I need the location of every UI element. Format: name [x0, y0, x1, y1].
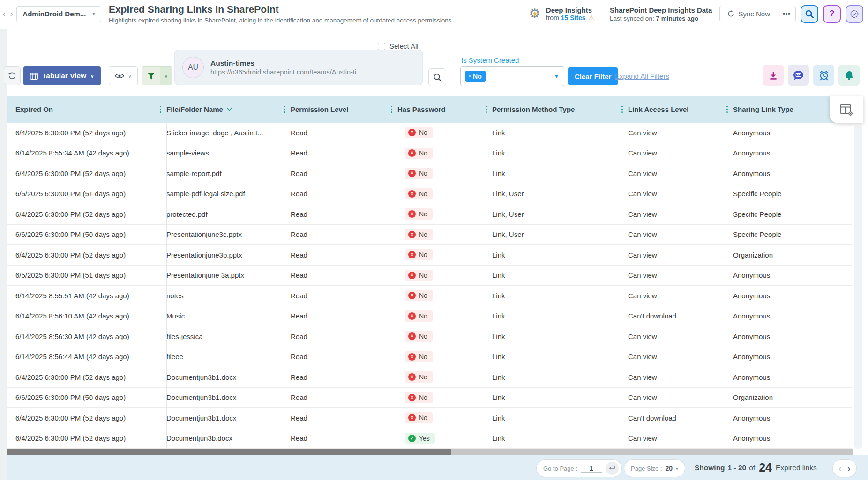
column-menu-icon[interactable] — [726, 104, 729, 115]
cross-icon: × — [408, 414, 416, 421]
expired-on-cell: 6/14/2025 8:56:30 AM (42 days ago) — [7, 332, 166, 340]
filter-caret[interactable]: ∨ — [160, 67, 172, 85]
table-row[interactable]: 6/5/2025 6:30:00 PM (51 days ago)sample-… — [7, 184, 852, 205]
refresh-report-button[interactable] — [4, 66, 21, 85]
expired-on-cell: 6/6/2025 6:30:00 PM (50 days ago) — [7, 230, 166, 238]
expand-all-filters-link[interactable]: Expand All Filters — [615, 72, 669, 80]
schedule-alarm-button[interactable] — [813, 65, 834, 86]
export-download-button[interactable] — [763, 65, 784, 86]
forward-icon[interactable]: › — [10, 9, 13, 19]
cross-icon: × — [408, 272, 416, 279]
page-size-label: Page Size : — [631, 465, 662, 472]
sync-now-button[interactable]: Sync Now — [720, 6, 778, 22]
clear-filter-button[interactable]: Clear Filter — [568, 67, 618, 85]
chevron-down-icon: ▾ — [92, 11, 95, 17]
table-row[interactable]: 6/4/2025 6:30:00 PM (52 days ago)protect… — [7, 204, 852, 225]
column-header-permission-method-type[interactable]: Permission Method Type — [492, 96, 628, 123]
filter-button[interactable]: ∨ — [142, 66, 172, 85]
column-menu-icon[interactable] — [621, 104, 624, 115]
link-type-cell: Organization — [733, 393, 852, 401]
link-type-cell: Anonymous — [733, 129, 852, 137]
link-type-cell: Anonymous — [733, 149, 852, 157]
from-word: from — [546, 14, 559, 22]
table-row[interactable]: 6/14/2025 8:55:34 AM (42 days ago)sample… — [7, 143, 852, 164]
chevron-down-icon: ∨ — [165, 74, 168, 79]
sites-link[interactable]: 15 Sites — [561, 14, 586, 22]
table-row[interactable]: 6/4/2025 6:30:00 PM (52 days ago)Documen… — [7, 428, 852, 449]
global-search-button[interactable] — [801, 5, 818, 23]
permission-cell: Read — [291, 292, 397, 300]
next-page-button[interactable]: › — [847, 464, 851, 473]
previous-page-button[interactable]: ‹ — [838, 464, 842, 473]
table-row[interactable]: 6/4/2025 6:30:00 PM (52 days ago)Present… — [7, 245, 852, 266]
alerts-bell-button[interactable] — [838, 65, 860, 86]
scrollbar-thumb[interactable] — [7, 449, 451, 455]
column-header-has-password[interactable]: Has Password — [397, 96, 492, 123]
table-row[interactable]: 6/4/2025 6:30:00 PM (52 days ago)sample-… — [7, 163, 852, 184]
column-menu-icon[interactable] — [390, 104, 394, 115]
table-row[interactable]: 6/4/2025 6:30:00 PM (52 days ago)Sticker… — [7, 123, 852, 143]
page-nav-group: ‹ › — [832, 459, 857, 477]
table-header-row: Expired On File/Folder Name Permission L… — [7, 96, 852, 123]
select-all-group: Select All — [378, 42, 419, 50]
column-settings-button[interactable] — [830, 96, 863, 123]
column-header-file-folder-name[interactable]: File/Folder Name — [166, 96, 291, 123]
link-type-cell: Anonymous — [733, 312, 852, 320]
visibility-button[interactable]: ∨ — [109, 66, 138, 85]
file-name-cell: Documentjun3b1.docx — [166, 393, 291, 401]
right-gutter — [854, 126, 862, 449]
help-button[interactable]: ? — [823, 5, 841, 23]
expired-on-cell: 6/4/2025 6:30:00 PM (52 days ago) — [7, 251, 166, 259]
tenant-selector[interactable]: AdminDroid Dem... ▾ — [16, 6, 101, 22]
file-name-cell: Sticker image, doge , Austin t... — [166, 129, 291, 137]
select-all-checkbox[interactable] — [378, 43, 385, 50]
column-menu-icon[interactable] — [159, 104, 163, 115]
cross-icon: × — [408, 394, 416, 401]
badge-label: No — [419, 210, 427, 218]
access-level-cell: Can view — [628, 210, 733, 218]
more-options-button[interactable]: ••• — [778, 6, 795, 22]
view-mode-button[interactable]: Tabular View ∨ — [23, 66, 101, 85]
page-size-select[interactable]: Page Size : 20 ▾ — [624, 459, 685, 477]
feedback-chat-button[interactable] — [788, 65, 809, 86]
table-row[interactable]: 6/14/2025 8:56:10 AM (42 days ago)MusicR… — [7, 306, 852, 327]
table-row[interactable]: 6/14/2025 8:56:30 AM (42 days ago)files-… — [7, 326, 852, 347]
column-menu-icon[interactable] — [283, 104, 287, 115]
access-level-cell: Can view — [628, 393, 733, 401]
column-header-permission-level[interactable]: Permission Level — [291, 96, 397, 123]
table-search-button[interactable] — [428, 68, 446, 86]
horizontal-scrollbar[interactable] — [7, 449, 853, 455]
permission-cell: Read — [291, 393, 397, 401]
table-row[interactable]: 6/14/2025 8:55:51 AM (42 days ago)notesR… — [7, 286, 852, 306]
table-row[interactable]: 6/5/2025 6:30:00 PM (51 days ago)Present… — [7, 266, 852, 286]
column-header-link-access-level[interactable]: Link Access Level — [628, 96, 733, 123]
link-type-cell: Anonymous — [733, 271, 852, 279]
link-type-cell: Organization — [733, 251, 852, 259]
method-cell: Link — [492, 393, 628, 401]
remove-tag-icon[interactable]: × — [468, 73, 471, 80]
column-menu-icon[interactable] — [485, 104, 488, 115]
back-icon[interactable]: ‹ — [3, 9, 6, 19]
site-filter-card[interactable]: AU Austin-times https://o365droid.sharep… — [174, 50, 423, 85]
has-password-cell: ×No — [397, 331, 492, 342]
password-no-badge: ×No — [405, 168, 433, 179]
table-row[interactable]: 6/4/2025 6:30:00 PM (52 days ago)Documen… — [7, 367, 852, 388]
permission-cell: Read — [291, 271, 397, 279]
column-header-expired-on[interactable]: Expired On — [7, 96, 166, 123]
total-count: 24 — [759, 461, 772, 474]
badge-label: Yes — [419, 435, 430, 442]
goto-page-input[interactable] — [581, 464, 602, 473]
table-row[interactable]: 6/6/2025 6:30:00 PM (50 days ago)Documen… — [7, 388, 852, 408]
tasks-status-button[interactable] — [846, 5, 863, 23]
table-row[interactable]: 6/6/2025 6:30:00 PM (50 days ago)Present… — [7, 225, 852, 245]
link-type-cell: Specific People — [733, 210, 852, 218]
chevron-down-icon: ∨ — [128, 74, 131, 79]
table-row[interactable]: 6/4/2025 6:30:00 PM (52 days ago)Documen… — [7, 408, 852, 428]
goto-page-go-button[interactable] — [606, 462, 619, 475]
column-label: Link Access Level — [628, 105, 689, 113]
method-cell: Link — [492, 149, 628, 157]
expired-on-cell: 6/14/2025 8:55:51 AM (42 days ago) — [7, 292, 166, 300]
is-system-created-select[interactable]: × No ▼ — [460, 66, 564, 86]
table-row[interactable]: 6/14/2025 8:56:44 AM (42 days ago)fileee… — [7, 347, 852, 368]
permission-cell: Read — [291, 353, 397, 361]
